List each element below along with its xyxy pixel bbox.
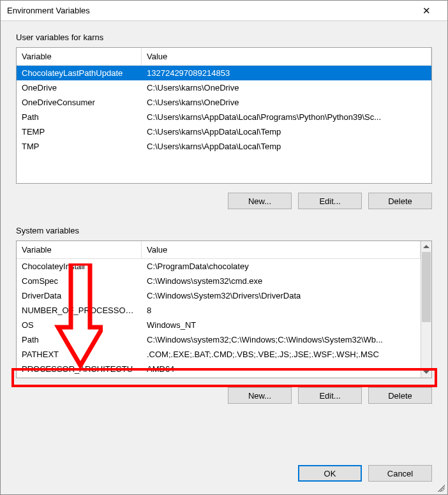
cancel-button[interactable]: Cancel — [368, 465, 432, 482]
table-row[interactable]: OneDriveConsumerC:\Users\karns\OneDrive — [17, 95, 431, 110]
cell-variable: Path — [17, 332, 142, 347]
cell-variable: ChocolateyLastPathUpdate — [17, 66, 142, 80]
system-vars-header: Variable Value — [17, 241, 421, 259]
close-icon: ✕ — [422, 5, 431, 17]
cell-variable: Path — [17, 110, 142, 124]
dialog-content: User variables for karns Variable Value … — [1, 21, 447, 452]
table-row[interactable]: OSWindows_NT — [17, 318, 421, 332]
cell-value: AMD64 — [142, 362, 421, 376]
table-row[interactable]: NUMBER_OF_PROCESSORS8 — [17, 303, 421, 318]
table-row[interactable]: TEMPC:\Users\karns\AppData\Local\Temp — [17, 124, 431, 139]
cell-value: Windows_NT — [142, 318, 421, 332]
cell-variable: OS — [17, 318, 142, 332]
window-title: Environment Variables — [7, 6, 412, 15]
table-row[interactable]: ComSpecC:\Windows\system32\cmd.exe — [17, 274, 421, 288]
system-vars-label: System variables — [16, 226, 432, 235]
user-vars-buttons: New... Edit... Delete — [16, 193, 432, 209]
user-vars-rows: ChocolateyLastPathUpdate1327242970892148… — [17, 66, 431, 154]
table-row[interactable]: PROCESSOR_ARCHITECTUAMD64 — [17, 362, 421, 376]
col-header-value[interactable]: Value — [142, 48, 431, 65]
cell-value: C:\Windows\system32;C:\Windows;C:\Window… — [142, 332, 421, 347]
cell-value: 132724297089214853 — [142, 66, 431, 80]
table-row[interactable]: PathC:\Windows\system32;C:\Windows;C:\Wi… — [17, 332, 421, 347]
col-header-variable[interactable]: Variable — [17, 48, 142, 65]
system-vars-list[interactable]: Variable Value ChocolateyInstallC:\Progr… — [16, 240, 432, 378]
cell-value: C:\Users\karns\AppData\Local\Temp — [142, 139, 431, 154]
table-row[interactable]: OneDriveC:\Users\karns\OneDrive — [17, 80, 431, 95]
cell-value: C:\Windows\System32\Drivers\DriverData — [142, 288, 421, 303]
cell-value: .COM;.EXE;.BAT;.CMD;.VBS;.VBE;.JS;.JSE;.… — [142, 347, 421, 362]
table-row[interactable]: TMPC:\Users\karns\AppData\Local\Temp — [17, 139, 431, 154]
system-delete-button[interactable]: Delete — [368, 387, 432, 404]
cell-value: C:\Users\karns\AppData\Local\Programs\Py… — [142, 110, 431, 124]
cell-variable: ComSpec — [17, 274, 142, 288]
cell-variable: OneDriveConsumer — [17, 95, 142, 110]
cell-value: C:\Users\karns\OneDrive — [142, 95, 431, 110]
scrollbar[interactable] — [421, 241, 431, 378]
cell-variable: PROCESSOR_ARCHITECTU — [17, 362, 142, 376]
dialog-buttons: OK Cancel — [1, 452, 447, 494]
cell-value: C:\Users\karns\AppData\Local\Temp — [142, 124, 431, 139]
resize-grip[interactable] — [436, 483, 445, 492]
table-row[interactable]: ChocolateyLastPathUpdate1327242970892148… — [17, 66, 431, 80]
cell-value: 8 — [142, 303, 421, 318]
system-vars-buttons: New... Edit... Delete — [16, 387, 432, 404]
user-vars-header: Variable Value — [17, 48, 431, 66]
title-bar: Environment Variables ✕ — [1, 1, 447, 21]
cell-variable: NUMBER_OF_PROCESSORS — [17, 303, 142, 318]
col-header-value[interactable]: Value — [142, 241, 421, 258]
user-vars-label: User variables for karns — [16, 33, 432, 42]
cell-variable: TEMP — [17, 124, 142, 139]
table-row[interactable]: PATHEXT.COM;.EXE;.BAT;.CMD;.VBS;.VBE;.JS… — [17, 347, 421, 362]
table-row[interactable]: PathC:\Users\karns\AppData\Local\Program… — [17, 110, 431, 124]
cell-variable: PATHEXT — [17, 347, 142, 362]
table-row[interactable]: ChocolateyInstallC:\ProgramData\chocolat… — [17, 259, 421, 274]
user-new-button[interactable]: New... — [228, 193, 292, 209]
cell-variable: OneDrive — [17, 80, 142, 95]
system-new-button[interactable]: New... — [228, 387, 292, 404]
environment-variables-dialog: Environment Variables ✕ User variables f… — [0, 0, 448, 495]
ok-button[interactable]: OK — [298, 465, 362, 482]
cell-variable: ChocolateyInstall — [17, 259, 142, 274]
cell-variable: DriverData — [17, 288, 142, 303]
col-header-variable[interactable]: Variable — [17, 241, 142, 258]
cell-value: C:\Windows\system32\cmd.exe — [142, 274, 421, 288]
user-edit-button[interactable]: Edit... — [298, 193, 362, 209]
table-row[interactable]: DriverDataC:\Windows\System32\Drivers\Dr… — [17, 288, 421, 303]
cell-variable: TMP — [17, 139, 142, 154]
system-edit-button[interactable]: Edit... — [298, 387, 362, 404]
scroll-thumb[interactable] — [422, 252, 431, 322]
close-button[interactable]: ✕ — [412, 1, 441, 21]
user-vars-list[interactable]: Variable Value ChocolateyLastPathUpdate1… — [16, 47, 432, 184]
cell-value: C:\ProgramData\chocolatey — [142, 259, 421, 274]
cell-value: C:\Users\karns\OneDrive — [142, 80, 431, 95]
system-vars-rows: ChocolateyInstallC:\ProgramData\chocolat… — [17, 259, 421, 378]
user-delete-button[interactable]: Delete — [368, 193, 432, 209]
